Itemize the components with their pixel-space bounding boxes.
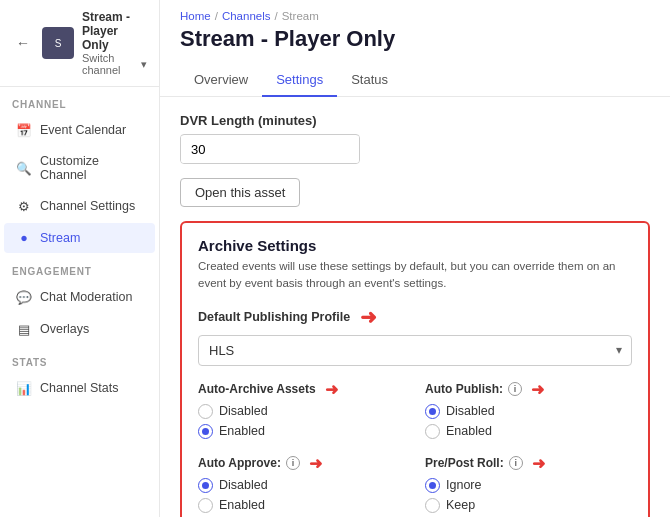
pre-post-roll-label: Pre/Post Roll: i ➜ xyxy=(425,454,632,473)
main-content: Home / Channels / Stream Stream - Player… xyxy=(160,0,670,517)
dvr-input[interactable] xyxy=(181,136,360,163)
pre-post-roll-keep-radio[interactable] xyxy=(425,498,440,513)
channel-thumbnail: S xyxy=(42,27,74,59)
auto-publish-disabled-option[interactable]: Disabled xyxy=(425,404,632,419)
overlays-icon: ▤ xyxy=(16,321,32,337)
auto-publish-label: Auto Publish: i ➜ xyxy=(425,380,632,399)
pre-post-roll-ignore-option[interactable]: Ignore xyxy=(425,478,632,493)
breadcrumb-current: Stream xyxy=(282,10,319,22)
auto-publish-section: Auto Publish: i ➜ Disabled Enabled xyxy=(425,380,632,444)
channel-name: Stream - Player Only xyxy=(82,10,147,52)
dvr-input-wrap: ▲ ▼ xyxy=(180,134,360,164)
auto-archive-enabled-label: Enabled xyxy=(219,424,265,438)
sidebar-item-label: Event Calendar xyxy=(40,123,126,137)
archive-title: Archive Settings xyxy=(198,237,632,254)
archive-desc: Created events will use these settings b… xyxy=(198,258,632,293)
breadcrumb: Home / Channels / Stream xyxy=(160,0,670,26)
pre-post-roll-ignore-label: Ignore xyxy=(446,478,481,492)
sidebar-item-label: Stream xyxy=(40,231,80,245)
auto-approve-enabled-radio[interactable] xyxy=(198,498,213,513)
stats-icon: 📊 xyxy=(16,380,32,396)
engagement-section-label: ENGAGEMENT xyxy=(0,254,159,281)
publishing-arrow-icon: ➜ xyxy=(360,305,377,329)
auto-publish-disabled-radio[interactable] xyxy=(425,404,440,419)
auto-approve-disabled-label: Disabled xyxy=(219,478,268,492)
auto-approve-info-icon[interactable]: i xyxy=(286,456,300,470)
auto-archive-label: Auto-Archive Assets ➜ xyxy=(198,380,405,399)
customize-icon: 🔍 xyxy=(16,160,32,176)
publishing-profile-label: Default Publishing Profile ➜ xyxy=(198,305,632,329)
dvr-field-group: DVR Length (minutes) ▲ ▼ xyxy=(180,113,650,164)
gear-icon: ⚙ xyxy=(16,198,32,214)
archive-settings-box: Archive Settings Created events will use… xyxy=(180,221,650,517)
sidebar-item-channel-stats[interactable]: 📊 Channel Stats xyxy=(4,373,155,403)
breadcrumb-channels[interactable]: Channels xyxy=(222,10,271,22)
auto-publish-disabled-label: Disabled xyxy=(446,404,495,418)
tab-settings[interactable]: Settings xyxy=(262,64,337,97)
sidebar-item-label: Customize Channel xyxy=(40,154,143,182)
channel-section-label: CHANNEL xyxy=(0,87,159,114)
pre-post-roll-info-icon[interactable]: i xyxy=(509,456,523,470)
auto-publish-enabled-option[interactable]: Enabled xyxy=(425,424,632,439)
back-arrow-icon[interactable]: ← xyxy=(12,35,34,51)
sidebar-item-label: Overlays xyxy=(40,322,89,336)
sidebar-item-chat-moderation[interactable]: 💬 Chat Moderation xyxy=(4,282,155,312)
switch-channel[interactable]: Switch channel ▾ xyxy=(82,52,147,76)
sidebar-item-overlays[interactable]: ▤ Overlays xyxy=(4,314,155,344)
sidebar-header[interactable]: ← S Stream - Player Only Switch channel … xyxy=(0,0,159,87)
auto-archive-enabled-option[interactable]: Enabled xyxy=(198,424,405,439)
calendar-icon: 📅 xyxy=(16,122,32,138)
pre-post-roll-arrow-icon: ➜ xyxy=(532,454,545,473)
sidebar-item-event-calendar[interactable]: 📅 Event Calendar xyxy=(4,115,155,145)
auto-approve-enabled-label: Enabled xyxy=(219,498,265,512)
page-title: Stream - Player Only xyxy=(160,26,670,64)
pre-post-roll-keep-option[interactable]: Keep xyxy=(425,498,632,513)
pre-post-roll-keep-label: Keep xyxy=(446,498,475,512)
sidebar-item-label: Channel Stats xyxy=(40,381,119,395)
auto-archive-disabled-option[interactable]: Disabled xyxy=(198,404,405,419)
auto-approve-disabled-option[interactable]: Disabled xyxy=(198,478,405,493)
sidebar-item-label: Chat Moderation xyxy=(40,290,132,304)
dvr-label: DVR Length (minutes) xyxy=(180,113,650,128)
auto-archive-section: Auto-Archive Assets ➜ Disabled Enabled xyxy=(198,380,405,444)
breadcrumb-sep2: / xyxy=(274,10,277,22)
auto-archive-disabled-label: Disabled xyxy=(219,404,268,418)
sidebar: ← S Stream - Player Only Switch channel … xyxy=(0,0,160,517)
auto-approve-label: Auto Approve: i ➜ xyxy=(198,454,405,473)
auto-archive-enabled-radio[interactable] xyxy=(198,424,213,439)
pre-post-roll-section: Pre/Post Roll: i ➜ Ignore Keep xyxy=(425,454,632,518)
auto-approve-arrow-icon: ➜ xyxy=(309,454,322,473)
settings-content: DVR Length (minutes) ▲ ▼ Open this asset… xyxy=(160,97,670,517)
publishing-profile-select-wrap: HLS ▾ xyxy=(198,335,632,366)
sidebar-item-label: Channel Settings xyxy=(40,199,135,213)
auto-publish-enabled-radio[interactable] xyxy=(425,424,440,439)
sidebar-header-text: Stream - Player Only Switch channel ▾ xyxy=(82,10,147,76)
auto-approve-disabled-radio[interactable] xyxy=(198,478,213,493)
auto-approve-enabled-option[interactable]: Enabled xyxy=(198,498,405,513)
tab-overview[interactable]: Overview xyxy=(180,64,262,97)
stats-section-label: STATS xyxy=(0,345,159,372)
breadcrumb-sep1: / xyxy=(215,10,218,22)
pre-post-roll-ignore-radio[interactable] xyxy=(425,478,440,493)
publishing-profile-select[interactable]: HLS xyxy=(198,335,632,366)
auto-archive-disabled-radio[interactable] xyxy=(198,404,213,419)
tabs-bar: Overview Settings Status xyxy=(160,64,670,97)
tab-status[interactable]: Status xyxy=(337,64,402,97)
open-asset-button[interactable]: Open this asset xyxy=(180,178,300,207)
auto-publish-info-icon[interactable]: i xyxy=(508,382,522,396)
sidebar-item-customize-channel[interactable]: 🔍 Customize Channel xyxy=(4,147,155,189)
chat-icon: 💬 xyxy=(16,289,32,305)
radio-options-grid: Auto-Archive Assets ➜ Disabled Enabled xyxy=(198,380,632,518)
auto-approve-section: Auto Approve: i ➜ Disabled Enabled xyxy=(198,454,405,518)
sidebar-item-channel-settings[interactable]: ⚙ Channel Settings xyxy=(4,191,155,221)
sidebar-item-stream[interactable]: ● Stream xyxy=(4,223,155,253)
auto-publish-arrow-icon: ➜ xyxy=(531,380,544,399)
breadcrumb-home[interactable]: Home xyxy=(180,10,211,22)
stream-icon: ● xyxy=(16,230,32,246)
auto-publish-enabled-label: Enabled xyxy=(446,424,492,438)
auto-archive-arrow-icon: ➜ xyxy=(325,380,338,399)
